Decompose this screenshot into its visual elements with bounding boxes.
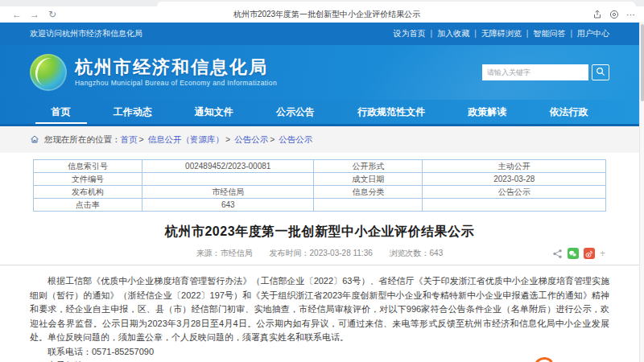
link-add-favorite[interactable]: 加入收藏 xyxy=(426,28,470,39)
scrollbar-thumb[interactable] xyxy=(641,24,644,101)
info-label xyxy=(314,199,423,212)
welcome-bar: 欢迎访问杭州市经济和信息化局 设为首页 加入收藏 无障碍浏览 智能问答 用户中心 xyxy=(0,23,639,45)
article-title: 杭州市2023年度第一批创新型中小企业评价结果公示 xyxy=(0,224,639,241)
table-row: 发布机构 市经信局 信息分类 公告公示 xyxy=(34,186,606,199)
table-row: 文件编号 成文日期 2023-03-28 xyxy=(34,173,606,186)
nav-item-work-news[interactable]: 工作动态 xyxy=(109,99,157,125)
article-pubdate: 2023-03-28 11:36 xyxy=(310,249,373,257)
site-logo[interactable] xyxy=(30,54,67,91)
breadcrumb: 首页信息公开（资源库）公告公示公告公示 xyxy=(121,134,313,146)
crumb-announcements-2[interactable]: 公告公示 xyxy=(268,134,312,144)
info-label: 发布机构 xyxy=(34,186,142,199)
info-label: 公开形式 xyxy=(314,160,423,173)
widget-orange-arc xyxy=(534,356,556,362)
more-menu-icon[interactable]: ⋯ xyxy=(626,10,636,20)
article-meta: 来源：市经信局 发布时间：2023-03-28 11:36 浏览次数：643 + xyxy=(0,248,639,261)
contact-phone: 联系电话：0571-85257090 xyxy=(30,345,609,360)
wechat-share-icon[interactable] xyxy=(568,248,579,259)
site-banner: 杭州市经济和信息化局 Hangzhou Municipal Bureau of … xyxy=(0,45,639,100)
info-label: 成文日期 xyxy=(314,173,423,186)
table-row: 信息索引号 002489452/2023-00081 公开形式 主动公开 xyxy=(34,160,606,173)
weibo-share-icon[interactable] xyxy=(584,248,595,259)
article-body: 根据工信部《优质中小企业梯度培育管理暂行办法》（工信部企业〔2022〕63号）、… xyxy=(30,274,609,362)
welcome-text: 欢迎访问杭州市经济和信息化局 xyxy=(30,28,142,39)
share-more-icon[interactable]: + xyxy=(600,248,605,259)
reload-icon[interactable]: ↻ xyxy=(43,9,61,20)
info-label: 信息索引号 xyxy=(34,160,142,173)
share-icon[interactable] xyxy=(552,249,563,259)
crumb-info-disclosure[interactable]: 信息公开（资源库） xyxy=(138,134,225,144)
info-value: 643 xyxy=(142,199,314,212)
search-button[interactable] xyxy=(592,64,609,80)
browser-toolbar: ← → ↻ 杭州市2023年度第一批创新型中小企业评价结果公示 ⋯ xyxy=(0,6,644,23)
info-label: 文件编号 xyxy=(34,173,142,186)
site-name-english: Hangzhou Municipal Bureau of Economy and… xyxy=(75,79,277,87)
article-pubdate-label: 发布时间： xyxy=(270,249,310,257)
breadcrumb-bar: 您现在所在的位置： 首页信息公开（资源库）公告公示公告公示 xyxy=(0,126,639,153)
crumb-announcements[interactable]: 公告公示 xyxy=(224,134,268,144)
info-label: 信息分类 xyxy=(314,186,423,199)
browser-window: ← → ↻ 杭州市2023年度第一批创新型中小企业评价结果公示 ⋯ 欢迎访问杭州… xyxy=(0,0,644,362)
contact-email: 电子邮箱：2410483534@qq.com xyxy=(30,359,609,362)
table-row: 点击率 643 xyxy=(34,199,606,212)
info-value: 公告公示 xyxy=(423,186,606,199)
info-value: 2023-03-28 xyxy=(423,173,606,186)
nav-item-home[interactable]: 首页 xyxy=(47,99,76,125)
info-value xyxy=(142,173,314,186)
info-value xyxy=(423,199,606,212)
browser-tab[interactable] xyxy=(157,2,636,6)
article-source-label: 来源： xyxy=(196,249,221,257)
share-toolbar: + xyxy=(552,248,605,259)
floating-widget-remnant[interactable] xyxy=(535,356,612,362)
link-user-center[interactable]: 用户中心 xyxy=(565,28,609,39)
share-page-icon[interactable] xyxy=(592,10,602,19)
search-input[interactable] xyxy=(482,64,588,80)
utility-links: 设为首页 加入收藏 无障碍浏览 智能问答 用户中心 xyxy=(394,28,609,39)
document-info-table: 信息索引号 002489452/2023-00081 公开形式 主动公开 文件编… xyxy=(33,159,606,212)
main-navigation: 首页 工作动态 通知文件 公示公告 行政规范性文件 政策解读 依法行政 xyxy=(0,100,639,126)
site-name: 杭州市经济和信息化局 xyxy=(75,58,277,77)
link-set-homepage[interactable]: 设为首页 xyxy=(394,28,426,39)
link-accessibility[interactable]: 无障碍浏览 xyxy=(469,28,522,39)
nav-item-notices[interactable]: 通知文件 xyxy=(190,99,238,125)
browser-page-title: 杭州市2023年度第一批创新型中小企业评价结果公示 xyxy=(61,9,592,20)
browser-tab-strip xyxy=(0,0,644,6)
article-paragraph: 根据工信部《优质中小企业梯度培育管理暂行办法》（工信部企业〔2022〕63号）、… xyxy=(30,274,609,345)
nav-item-policy-interpretation[interactable]: 政策解读 xyxy=(463,99,511,125)
nav-item-regulatory-docs[interactable]: 行政规范性文件 xyxy=(353,99,430,125)
forward-icon[interactable]: → xyxy=(26,9,43,20)
article-views-label: 浏览次数： xyxy=(390,249,430,257)
breadcrumb-prefix: 您现在所在的位置： xyxy=(44,134,121,146)
link-smart-qa[interactable]: 智能问答 xyxy=(522,28,566,39)
back-icon[interactable]: ← xyxy=(8,9,26,20)
nav-item-announcements[interactable]: 公示公告 xyxy=(271,99,320,125)
website: 欢迎访问杭州市经济和信息化局 设为首页 加入收藏 无障碍浏览 智能问答 用户中心… xyxy=(0,23,639,362)
shield-icon[interactable] xyxy=(609,10,619,19)
info-value: 002489452/2023-00081 xyxy=(142,160,314,173)
divider xyxy=(0,265,639,265)
info-value: 市经信局 xyxy=(142,186,314,199)
crumb-home[interactable]: 首页 xyxy=(121,134,138,144)
search-box xyxy=(482,64,609,80)
nav-item-law-administration[interactable]: 依法行政 xyxy=(544,99,592,125)
info-value: 主动公开 xyxy=(423,160,606,173)
article-source: 市经信局 xyxy=(221,249,253,257)
article-page: 信息索引号 002489452/2023-00081 公开形式 主动公开 文件编… xyxy=(0,153,639,362)
site-title-block: 杭州市经济和信息化局 Hangzhou Municipal Bureau of … xyxy=(75,58,277,87)
home-icon xyxy=(30,134,39,146)
article-views: 643 xyxy=(430,249,444,257)
search-icon xyxy=(596,67,605,79)
scrollbar[interactable] xyxy=(639,23,644,362)
info-label: 点击率 xyxy=(34,199,142,212)
